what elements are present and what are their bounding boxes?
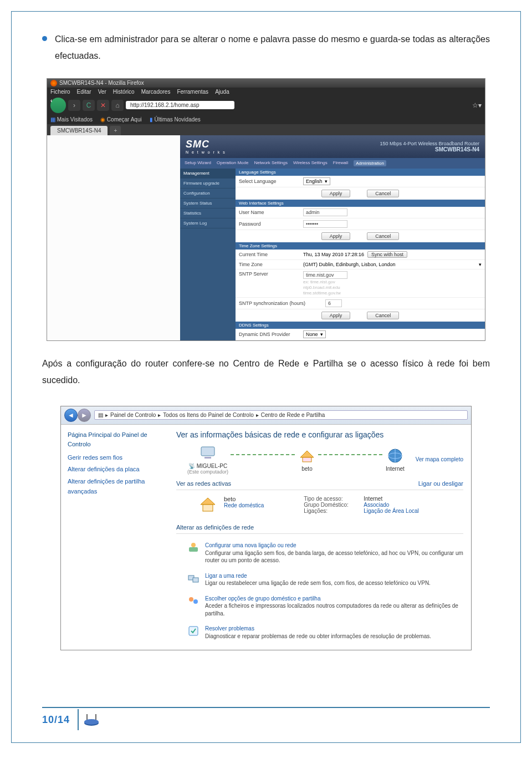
apply-button-3[interactable]: Apply bbox=[321, 312, 351, 319]
side-link-wireless[interactable]: Gerir redes sem fios bbox=[68, 453, 162, 463]
crumb-2[interactable]: Todos os Itens do Painel de Controlo bbox=[163, 412, 253, 418]
connection-line bbox=[318, 454, 383, 455]
connect-disconnect-link[interactable]: Ligar ou desligar bbox=[418, 480, 463, 487]
tab-operation-mode[interactable]: Operation Mode bbox=[217, 160, 248, 166]
sntp-server-input[interactable]: time.nist.gov bbox=[303, 271, 347, 279]
breadcrumb[interactable]: ▤ ▸ Painel de Controlo ▸ Todos os Itens … bbox=[94, 410, 468, 420]
menu-marcadores[interactable]: Marcadores bbox=[141, 89, 171, 95]
tab-label: SMCWBR14S-N4 bbox=[57, 128, 101, 134]
sntp-example3: time.stdtime.gov.tw bbox=[303, 291, 341, 296]
label-sntp-sync: SNTP synchronization (hours) bbox=[239, 301, 322, 306]
side-system-status[interactable]: System Status bbox=[180, 198, 236, 208]
back-button[interactable]: ‹ bbox=[50, 98, 66, 113]
item-troubleshoot[interactable]: Resolver problemasDiagnosticar e reparar… bbox=[176, 622, 463, 644]
menu-editar[interactable]: Editar bbox=[77, 89, 91, 95]
home-button[interactable]: ⌂ bbox=[111, 100, 124, 111]
access-type-value: Internet bbox=[364, 496, 382, 502]
password-input[interactable]: ••••••• bbox=[303, 220, 347, 228]
tab-wireless-settings[interactable]: Wireless Settings bbox=[293, 160, 328, 166]
side-link-sharing[interactable]: Alterar definições de partilha avançadas bbox=[68, 477, 162, 496]
svg-rect-6 bbox=[189, 547, 198, 552]
network-type-link[interactable]: Rede doméstica bbox=[224, 502, 264, 508]
smc-logo: SMC bbox=[186, 139, 209, 150]
active-networks-header: Ver as redes activas bbox=[176, 480, 231, 487]
cancel-button-2[interactable]: Cancel bbox=[367, 232, 399, 240]
crumb-3[interactable]: Centro de Rede e Partilha bbox=[261, 412, 325, 418]
crumb-1[interactable]: Painel de Controlo bbox=[110, 412, 156, 418]
computer-icon bbox=[199, 445, 217, 461]
section-ddns: DDNS Settings bbox=[236, 322, 485, 329]
router-tabs: Setup Wizard Operation Mode Network Sett… bbox=[180, 158, 485, 169]
homegroup-icon bbox=[187, 595, 200, 607]
menu-historico[interactable]: Histórico bbox=[113, 89, 135, 95]
network-name: beto bbox=[224, 496, 264, 502]
connection-link[interactable]: Ligação de Área Local bbox=[364, 508, 419, 514]
homegroup-link[interactable]: Associado bbox=[364, 502, 389, 508]
node-router: beto bbox=[298, 447, 316, 472]
sntp-sync-input[interactable]: 6 bbox=[325, 299, 342, 307]
stop-button[interactable]: ✕ bbox=[97, 100, 109, 111]
page-title: Ver as informações básicas de rede e con… bbox=[176, 430, 463, 439]
cancel-button[interactable]: Cancel bbox=[367, 190, 399, 197]
menu-ajuda[interactable]: Ajuda bbox=[215, 89, 229, 95]
side-link-adapter[interactable]: Alterar definições da placa bbox=[68, 465, 162, 475]
side-firmware[interactable]: Firmware upgrade bbox=[180, 179, 236, 189]
url-bar[interactable]: http://192.168.2.1/home.asp bbox=[126, 101, 234, 109]
side-system-log[interactable]: System Log bbox=[180, 218, 236, 228]
sync-with-host-button[interactable]: Sync with host bbox=[367, 251, 407, 258]
apply-button[interactable]: Apply bbox=[321, 190, 351, 197]
firefox-menubar[interactable]: Ficheiro Editar Ver Histórico Marcadores… bbox=[47, 88, 485, 96]
forward-button[interactable]: › bbox=[68, 100, 80, 111]
new-tab-button[interactable]: + bbox=[110, 126, 121, 135]
label-sntp-server: SNTP Server bbox=[239, 271, 300, 277]
nav-back-button[interactable]: ◄ bbox=[64, 409, 78, 422]
control-panel-icon: ▤ bbox=[98, 412, 103, 418]
menu-ver[interactable]: Ver bbox=[98, 89, 106, 95]
screenshot-network-center: ◄ ► ▤ ▸ Painel de Controlo ▸ Todos os It… bbox=[60, 406, 472, 651]
item-homegroup[interactable]: Escolher opções de grupo doméstico e par… bbox=[176, 592, 463, 622]
new-connection-icon bbox=[187, 542, 200, 554]
svg-point-11 bbox=[193, 599, 198, 604]
change-settings-header: Alterar as definições de rede bbox=[176, 524, 254, 531]
intro-paragraph: Clica-se em administrador para se altera… bbox=[42, 31, 490, 65]
globe-icon bbox=[386, 447, 404, 464]
ddns-select[interactable]: None ▾ bbox=[303, 330, 326, 338]
label-username: User Name bbox=[239, 210, 300, 215]
chevron-down-icon: ▾ bbox=[325, 179, 328, 184]
bookmark-comecar-aqui[interactable]: ◉ Começar Aqui bbox=[100, 116, 142, 123]
apply-button-2[interactable]: Apply bbox=[321, 232, 351, 240]
bookmark-mais-visitados[interactable]: ▦ Mais Visitados bbox=[50, 116, 93, 123]
side-statistics[interactable]: Statistics bbox=[180, 208, 236, 218]
sntp-example2: ntp0.broad.mit.edu bbox=[303, 285, 340, 290]
item-new-connection[interactable]: Configurar uma nova ligação ou redeConfi… bbox=[176, 538, 463, 569]
chevron-down-icon: ▾ bbox=[479, 262, 482, 267]
bookmarks-bar: ▦ Mais Visitados ◉ Começar Aqui ▮ Última… bbox=[47, 115, 485, 124]
menu-ficheiro[interactable]: Ficheiro bbox=[50, 89, 70, 95]
node-internet: Internet bbox=[386, 447, 405, 472]
label-password: Password bbox=[239, 221, 300, 227]
section-timezone: Time Zone Settings bbox=[236, 242, 485, 249]
url-text: http://192.168.2.1/home.asp bbox=[130, 102, 200, 108]
star-icon[interactable]: ☆▾ bbox=[472, 101, 482, 109]
sidebar-header[interactable]: Página Principal do Painel de Controlo bbox=[68, 430, 162, 450]
router-sidebar: Management Firmware upgrade Configuratio… bbox=[180, 169, 236, 340]
connection-line bbox=[231, 454, 296, 455]
reload-button[interactable]: C bbox=[83, 100, 95, 111]
tab-administration[interactable]: Administration bbox=[354, 160, 386, 166]
menu-ferramentas[interactable]: Ferramentas bbox=[177, 89, 208, 95]
side-configuration[interactable]: Configuration bbox=[180, 189, 236, 198]
cancel-button-3[interactable]: Cancel bbox=[367, 312, 399, 319]
nav-forward-button[interactable]: ► bbox=[78, 409, 91, 422]
tab-setup-wizard[interactable]: Setup Wizard bbox=[185, 160, 211, 166]
item-connect-network[interactable]: Ligar a uma redeLigar ou restabelecer um… bbox=[176, 569, 463, 592]
side-management[interactable]: Management bbox=[180, 169, 236, 179]
bookmark-ultimas-novidades[interactable]: ▮ Últimas Novidades bbox=[150, 116, 201, 123]
username-input[interactable]: admin bbox=[303, 208, 347, 216]
tab-firewall[interactable]: Firewall bbox=[333, 160, 349, 166]
tab-network-settings[interactable]: Network Settings bbox=[254, 160, 287, 166]
timezone-value[interactable]: (GMT) Dublin, Edinburgh, Lisbon, London bbox=[303, 262, 475, 267]
page-footer: 10/14 bbox=[42, 707, 490, 730]
view-full-map-link[interactable]: Ver mapa completo bbox=[416, 456, 463, 462]
browser-tab[interactable]: SMCWBR14S-N4 bbox=[50, 126, 108, 135]
language-select[interactable]: English ▾ bbox=[303, 177, 330, 185]
